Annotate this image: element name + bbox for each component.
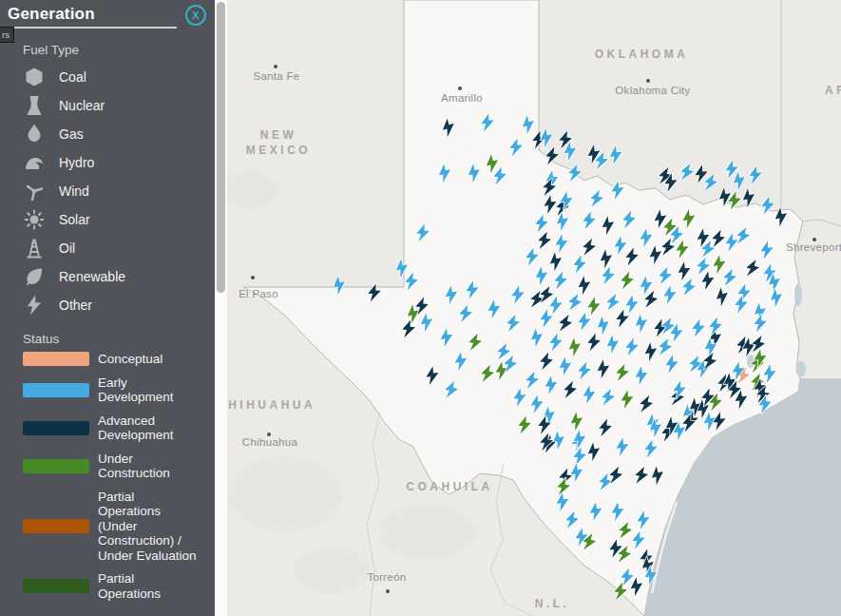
wind-icon [23,180,46,202]
other-icon [23,294,46,317]
fuel-item-label: Gas [59,126,84,142]
panel-header: Generation X [0,0,215,30]
status-label: Conceptual [98,352,201,367]
panel-scrollbar-thumb[interactable] [217,2,225,293]
generation-map-app: NEWMEXICOOKLAHOMAARKANSASCHIHUAHUACOAHUI… [0,0,841,616]
lake [796,361,806,376]
status-item-advanced-development: Advanced Development [23,414,201,443]
oil-icon [23,237,46,260]
fuel-item-oil[interactable]: Oil [23,234,201,262]
fuel-item-hydro[interactable]: Hydro [23,148,201,177]
terrain-shading [380,504,475,561]
coal-icon [23,66,46,88]
fuel-item-label: Other [59,298,92,313]
city-dot [458,87,462,90]
city-label: Torreón [367,571,406,583]
fuel-item-label: Renewable [59,269,125,284]
fuel-item-gas[interactable]: Gas [23,120,201,148]
status-swatch [23,383,89,397]
panel-scrollbar-track[interactable] [215,0,227,616]
state-label: N.L. [535,597,570,610]
fuel-type-heading: Fuel Type [23,43,215,57]
status-swatch [23,421,89,435]
status-item-early-development: Early Development [23,375,201,405]
city-dot [386,589,390,593]
city-label: Oklahoma City [615,85,690,96]
city-label: Santa Fe [253,70,299,82]
terrain-shading [220,171,277,209]
fuel-item-label: Nuclear [59,98,105,113]
status-heading: Status [23,332,215,346]
status-swatch [23,459,89,473]
state-label: CHIHUAHUA [217,398,315,412]
layers-tooltip-fragment: rs [0,27,14,43]
fuel-item-solar[interactable]: Solar [23,205,201,234]
terrain-shading [228,456,342,532]
solar-icon [23,208,46,231]
state-label: OKLAHOMA [595,48,689,61]
fuel-item-label: Wind [59,183,89,199]
renewable-icon [23,265,46,288]
city-dot [646,79,650,83]
close-button[interactable]: X [185,5,206,26]
gas-icon [23,123,46,145]
fuel-item-label: Solar [59,212,90,227]
fuel-item-other[interactable]: Other [23,291,201,319]
status-label: Under Construction [98,452,201,481]
status-item-conceptual: Conceptual [23,352,201,367]
status-swatch [23,519,89,533]
status-label: Partial Operations (Under Construction) … [98,490,201,564]
state-label: COAHUILA [406,480,492,493]
status-item-partial-operations-under-construction-under-evaluation: Partial Operations (Under Construction) … [23,490,201,564]
status-swatch [23,352,89,366]
status-label: Early Development [98,375,201,405]
status-item-under-construction: Under Construction [23,452,201,481]
fuel-item-label: Hydro [59,155,94,170]
panel-title: Generation [0,0,177,29]
city-label: Chihuahua [242,436,298,448]
fuel-type-list: CoalNuclearGasHydroWindSolarOilRenewable… [0,63,215,319]
lake [794,283,802,306]
city-dot [251,276,255,279]
fuel-item-label: Oil [59,241,75,256]
status-legend-list: ConceptualEarly DevelopmentAdvanced Deve… [0,352,215,601]
city-label: Shreveport [786,241,841,253]
state-label: ARKANSAS [825,84,841,97]
status-swatch [23,579,89,593]
status-label: Partial Operations [98,571,201,601]
terrain-shading [295,547,371,594]
nuclear-icon [23,94,46,117]
fuel-item-coal[interactable]: Coal [23,63,201,91]
city-dot [274,65,277,68]
city-label: Amarillo [441,92,483,104]
hydro-icon [23,151,46,174]
fuel-item-wind[interactable]: Wind [23,177,201,205]
fuel-item-label: Coal [59,69,86,85]
status-label: Advanced Development [98,414,201,443]
close-icon: X [192,10,199,21]
status-item-partial-operations: Partial Operations [23,571,201,601]
generation-panel: Generation X rs Fuel Type CoalNuclearGas… [0,0,215,616]
fuel-item-nuclear[interactable]: Nuclear [23,91,201,120]
city-label: El Paso [239,288,278,299]
fuel-item-renewable[interactable]: Renewable [23,262,201,291]
